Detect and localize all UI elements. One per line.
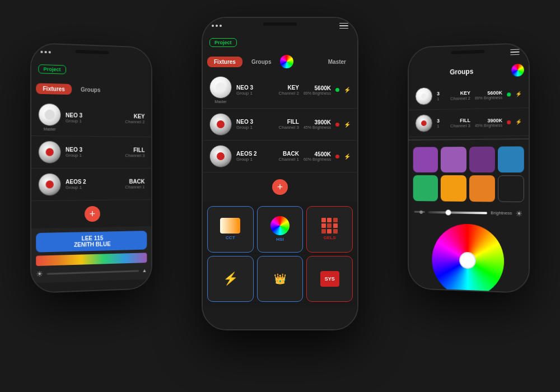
swatch-green[interactable] — [413, 175, 438, 201]
brightness-slider-thumb[interactable] — [446, 209, 451, 215]
thumb-wrapper-3-left — [38, 173, 61, 196]
color-strip-left — [36, 253, 147, 266]
app-header-center: Project — [203, 34, 357, 52]
color-wheel-center-dot — [459, 251, 476, 269]
fixture-name-1-right: 3 — [437, 91, 444, 96]
project-badge-center[interactable]: Project — [209, 38, 237, 47]
brightness-1-right: 89% Brightness — [475, 95, 502, 100]
tab-color-wheel-right[interactable] — [511, 64, 524, 77]
tab-groups-center[interactable]: Groups — [245, 57, 278, 67]
brightness-bar-left[interactable] — [47, 270, 139, 274]
thumb-wrapper-2-left — [38, 141, 61, 164]
fixture-sub-1-left: Group 1 — [66, 118, 119, 124]
tab-color-wheel-center[interactable] — [280, 55, 293, 68]
bolt-2-right: ⚡ — [515, 119, 521, 125]
swatch-yellow[interactable] — [441, 175, 466, 201]
fixture-role-col-1-center: KEY Channel 2 — [270, 85, 299, 96]
thumb-inner-3-center — [217, 152, 225, 160]
gel-swatch-6 — [333, 223, 338, 228]
add-fixture-button-left[interactable]: + — [85, 206, 100, 222]
hsi-wheel-icon — [270, 216, 290, 235]
crown-icon: 👑 — [274, 273, 286, 285]
status-dot-3-center — [335, 155, 339, 158]
screen-left: Project Fixtures Groups Master — [31, 44, 151, 292]
fixture-name-3-center: AEOS 2 — [236, 151, 265, 157]
fixture-item-1-left[interactable]: Master NEO 3 Group 1 KEY Channel 2 — [31, 99, 151, 137]
fixture-role-col-2-center: FILL Channel 3 — [270, 119, 299, 130]
brightness-2-right: 45% Brightness — [475, 123, 502, 128]
thumb-inner-1-center — [216, 82, 226, 92]
fixture-item-2-center[interactable]: NEO 3 Group 1 FILL Channel 3 3900K 45% B… — [203, 109, 357, 141]
color-wheel-right[interactable] — [432, 223, 504, 292]
fixture-role-col-2-left: FILL Channel 3 — [123, 147, 145, 158]
swatch-purple-2[interactable] — [441, 147, 466, 172]
icon-cell-hsi[interactable]: HSI — [257, 206, 304, 253]
swatch-purple-1[interactable] — [413, 147, 438, 172]
brightness-label-right: Brightness — [491, 211, 512, 216]
gel-swatch-4 — [321, 223, 326, 228]
fixture-name-1-center: NEO 3 — [236, 85, 265, 91]
fixture-name-2-center: NEO 3 — [236, 119, 265, 125]
fixture-role-col-3-center: BACK Channel 1 — [270, 151, 299, 162]
groups-tab-label[interactable]: Groups — [413, 67, 512, 77]
tab-fixtures-left[interactable]: Fixtures — [36, 83, 72, 95]
hamburger-icon-right[interactable] — [510, 49, 519, 55]
sun-icon-left: ☀ — [36, 269, 43, 279]
icon-cell-gels[interactable]: GELS — [306, 206, 353, 253]
project-badge-left[interactable]: Project — [38, 64, 66, 74]
fixture-sub-3-center: Group 1 — [236, 157, 265, 162]
swatch-empty[interactable] — [498, 175, 524, 202]
fixture-temp-3-center: 4500K — [304, 151, 331, 157]
fixture-info-1-center: NEO 3 Group 1 — [236, 85, 265, 96]
thumb-wrapper-2-center — [209, 113, 232, 136]
color-swatches-right — [409, 142, 529, 207]
fixture-info-3-center: AEOS 2 Group 1 — [236, 151, 265, 162]
hamburger-line-r3 — [510, 54, 519, 55]
fixture-info-1-right: 3 1 — [437, 91, 444, 101]
hsi-label: HSI — [276, 237, 283, 242]
icon-cell-sys[interactable]: SYS — [306, 256, 353, 302]
icon-cell-crown[interactable]: 👑 — [257, 256, 304, 302]
brightness-slider-track[interactable] — [428, 211, 487, 214]
tab-fixtures-center[interactable]: Fixtures — [207, 57, 242, 67]
fixture-info-2-right: 3 1 — [437, 118, 444, 128]
fixture-item-3-left[interactable]: AEOS 2 Group 1 BACK Channel 1 — [31, 169, 151, 201]
fixture-name-2-left: NEO 3 — [66, 147, 119, 153]
fixture-info-1-left: NEO 3 Group 1 — [66, 112, 119, 124]
fixture-info-2-left: NEO 3 Group 1 — [66, 147, 119, 158]
fixture-item-2-left[interactable]: NEO 3 Group 1 FILL Channel 3 — [31, 136, 151, 169]
fixture-sub-2-left: Group 1 — [66, 153, 119, 158]
swatch-orange[interactable] — [469, 175, 494, 202]
thumb-inner-2-left — [46, 148, 54, 156]
thumb-inner-2-center — [217, 120, 225, 128]
fixture-role-col-3-left: BACK Channel 1 — [123, 179, 145, 190]
fixture-item-1-right[interactable]: 3 1 KEY Channel 2 5600K 89% Brightness ⚡ — [409, 80, 529, 110]
tab-groups-left[interactable]: Groups — [74, 84, 107, 95]
cct-label: CCT — [226, 235, 235, 240]
status-bar-center — [203, 18, 357, 34]
fixture-item-3-center[interactable]: AEOS 2 Group 1 BACK Channel 1 4500K 60% … — [203, 141, 357, 172]
fixture-channel-2-center: Channel 3 — [270, 125, 299, 130]
fixture-thumb-1-left — [38, 103, 61, 126]
thumb-wrapper-1-center: Master — [209, 76, 232, 104]
fixture-temp-col-2-center: 3900K 45% Brightness — [304, 119, 331, 129]
swatch-blue[interactable] — [498, 146, 524, 172]
hamburger-icon-center[interactable] — [339, 23, 348, 29]
gel-swatch-5 — [327, 223, 332, 228]
tab-master-center[interactable]: Master — [321, 57, 353, 67]
gels-label: GELS — [324, 235, 336, 240]
fixture-thumb-2-left — [38, 141, 61, 164]
phone-right: Groups 3 1 KEY Channel 2 — [408, 43, 530, 294]
icon-cell-lightning[interactable]: ⚡ — [207, 256, 254, 302]
add-fixture-button-center[interactable]: + — [272, 179, 288, 195]
swatch-purple-3[interactable] — [469, 147, 494, 173]
brightness-slider-row-right: Brightness ☀ — [409, 205, 529, 220]
fixture-item-1-center[interactable]: Master NEO 3 Group 1 KEY Channel 2 5600K… — [203, 72, 357, 109]
gel-button-left[interactable]: LEE 115ZENITH BLUE — [36, 231, 147, 253]
icon-cell-cct[interactable]: CCT — [207, 206, 254, 253]
fixture-temp-1-center: 5600K — [304, 85, 331, 91]
signal-dot-3 — [49, 51, 51, 53]
scene: Project Fixtures Groups Master — [0, 0, 560, 392]
sys-icon: SYS — [320, 271, 339, 287]
fixture-item-2-right[interactable]: 3 1 FILL Channel 3 3900K 45% Brightness … — [409, 108, 529, 137]
